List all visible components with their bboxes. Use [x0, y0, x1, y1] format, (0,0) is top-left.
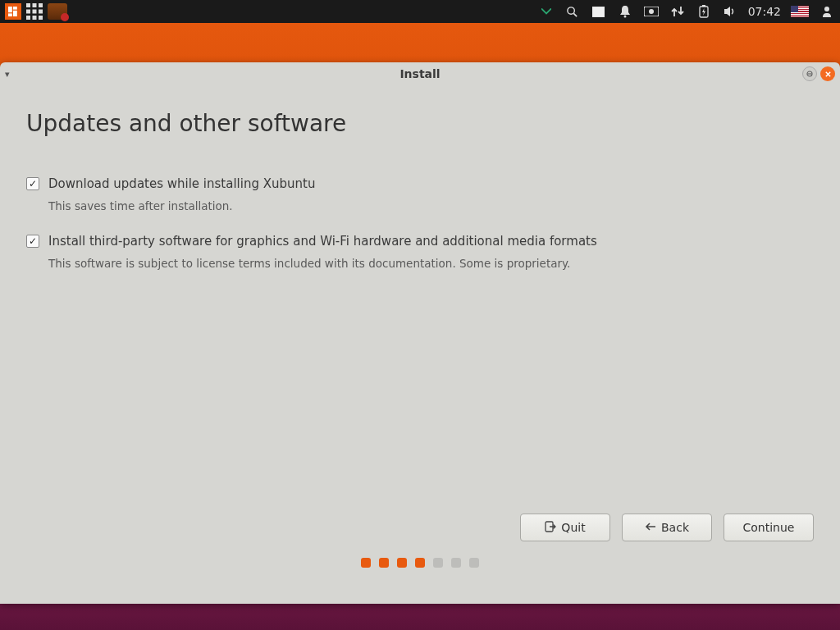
- user-icon[interactable]: [819, 3, 835, 20]
- progress-dot: [433, 558, 443, 568]
- quit-button[interactable]: Quit: [520, 514, 610, 541]
- checkbox-thirdparty[interactable]: ✓: [26, 235, 39, 248]
- volume-icon[interactable]: [722, 3, 738, 20]
- svg-point-18: [649, 9, 654, 14]
- svg-rect-15: [592, 7, 605, 17]
- svg-rect-2: [13, 11, 17, 16]
- svg-line-14: [574, 13, 578, 16]
- workspace-icon[interactable]: [591, 3, 607, 20]
- svg-rect-20: [702, 5, 705, 7]
- svg-point-16: [623, 16, 626, 18]
- svg-rect-9: [39, 10, 43, 14]
- arrow-left-icon: [645, 521, 656, 535]
- taskbar-app-icon[interactable]: [48, 3, 67, 20]
- titlebar: ▾ Install: [0, 62, 840, 85]
- network-updown-icon[interactable]: [669, 3, 686, 20]
- button-label: Quit: [561, 521, 585, 534]
- install-window: ▾ Install Updates and other software ✓ D…: [0, 62, 840, 604]
- top-panel: 07:42: [0, 0, 840, 23]
- option-label: Download updates while installing Xubunt…: [48, 176, 315, 191]
- svg-rect-5: [33, 3, 37, 7]
- content-area: Updates and other software ✓ Download up…: [0, 85, 840, 604]
- button-label: Continue: [743, 521, 795, 534]
- option-desc: This software is subject to license term…: [48, 257, 814, 270]
- window-menu-icon[interactable]: ▾: [5, 69, 10, 80]
- progress-dot: [469, 558, 479, 568]
- apps-grid-icon[interactable]: [26, 3, 43, 20]
- svg-rect-12: [39, 16, 43, 20]
- clock[interactable]: 07:42: [748, 5, 781, 18]
- svg-rect-6: [39, 3, 43, 7]
- distro-logo-icon[interactable]: [5, 3, 21, 20]
- progress-dot: [451, 558, 461, 568]
- window-close-button[interactable]: [820, 66, 835, 81]
- action-bar: Quit Back Continue: [26, 514, 814, 558]
- option-label: Install third-party software for graphic…: [48, 234, 597, 249]
- checkbox-download-updates[interactable]: ✓: [26, 177, 39, 190]
- option-download-updates: ✓ Download updates while installing Xubu…: [26, 176, 814, 212]
- window-minimize-button[interactable]: [802, 66, 817, 81]
- battery-icon[interactable]: [696, 3, 712, 20]
- svg-rect-7: [26, 10, 30, 14]
- svg-rect-0: [8, 7, 12, 12]
- svg-point-21: [824, 7, 829, 11]
- svg-point-13: [568, 7, 574, 13]
- svg-rect-3: [8, 13, 12, 16]
- record-icon[interactable]: [643, 3, 660, 20]
- continue-button[interactable]: Continue: [724, 514, 814, 541]
- option-desc: This saves time after installation.: [48, 199, 814, 212]
- progress-dot: [415, 558, 425, 568]
- chevron-down-icon[interactable]: [538, 3, 555, 20]
- button-label: Back: [661, 521, 689, 534]
- option-thirdparty: ✓ Install third-party software for graph…: [26, 234, 814, 270]
- page-title: Updates and other software: [26, 110, 814, 137]
- progress-dots: [26, 558, 814, 587]
- svg-rect-8: [33, 10, 37, 14]
- search-icon[interactable]: [564, 3, 581, 20]
- svg-rect-11: [33, 16, 37, 20]
- notifications-bell-icon[interactable]: [617, 3, 633, 20]
- progress-dot: [361, 558, 371, 568]
- progress-dot: [397, 558, 407, 568]
- svg-rect-1: [13, 7, 17, 10]
- back-button[interactable]: Back: [622, 514, 712, 541]
- window-title: Install: [399, 67, 440, 80]
- keyboard-layout-flag-icon[interactable]: [791, 6, 809, 17]
- svg-rect-4: [26, 3, 30, 7]
- svg-rect-10: [26, 16, 30, 20]
- quit-icon: [545, 521, 556, 535]
- progress-dot: [379, 558, 389, 568]
